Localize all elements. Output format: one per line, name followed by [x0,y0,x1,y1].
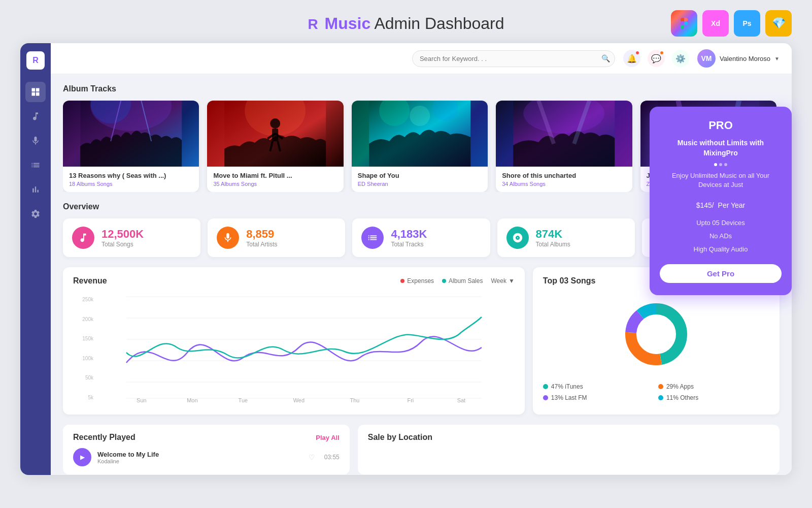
settings-topbar-icon[interactable]: ⚙️ [672,50,689,67]
lastfm-dot [543,395,548,400]
y-label-250k: 250k [73,297,93,302]
chevron-down-icon: ▼ [509,277,515,284]
itunes-label: 47% iTunes [551,383,583,390]
chevron-down-icon: ▼ [774,56,780,61]
y-label-200k: 200k [73,316,93,322]
user-profile[interactable]: VM Valentino Moroso ▼ [697,49,780,68]
message-icon[interactable]: 💬 [648,50,665,67]
sidebar-item-dashboard[interactable] [25,82,46,102]
revenue-header: Revenue Expenses Album Sales W [73,276,515,285]
y-label-100k: 100k [73,356,93,361]
sidebar-logo[interactable]: R [26,51,45,70]
album-card-3[interactable]: Shape of You ED Sheeran [352,101,488,192]
sidebar-item-chart[interactable] [25,179,46,200]
week-selector[interactable]: Week ▼ [491,277,514,284]
y-label-150k: 150k [73,336,93,341]
period-label: Week [491,277,506,284]
pro-feature-1: Upto 05 Devices [660,216,782,230]
sidebar-item-list[interactable] [25,155,46,175]
album-subtitle-4: 34 Albums Songs [502,181,626,187]
x-label-wed: Wed [293,397,304,403]
pro-badge: PRO [660,119,782,132]
x-label-mon: Mon [187,397,197,403]
others-label: 11% Others [666,394,698,401]
album-title-2: Move to Miami ft. Pitull ... [213,172,337,179]
svg-point-16 [410,106,430,126]
pro-features: Upto 05 Devices No ADs High Quality Audi… [660,216,782,256]
pro-dot-1 [714,163,717,166]
revenue-title: Revenue [73,276,107,285]
legend-others: 11% Others [658,394,769,401]
apps-dot [658,384,663,389]
title-music: Music [325,14,371,33]
ov-card-songs: 12,500K Total Songs [63,218,200,257]
y-label-5k: 5k [73,395,93,400]
y-axis-labels: 250k 200k 150k 100k 50k 5k [73,292,93,405]
legend-itunes: 47% iTunes [543,383,654,390]
heart-icon[interactable]: ♡ [309,453,315,461]
recently-played-section: Recently Played Play All ▶ Welcome to My… [63,425,350,474]
legend-expenses: Expenses [400,277,434,284]
songs-label: Total Songs [101,241,144,248]
play-button[interactable]: ▶ [73,448,91,466]
x-label-fri: Fri [407,397,414,403]
sidebar-item-settings[interactable] [25,204,46,224]
sidebar-item-music[interactable] [25,106,46,126]
sidebar-item-mic[interactable] [25,131,46,151]
artists-icon [217,227,239,249]
tracks-value: 4,183K [391,228,427,241]
recently-played-title: Recently Played [73,433,136,442]
sale-by-location-title: Sale by Location [368,433,769,442]
album-card-2[interactable]: Move to Miami ft. Pitull ... 35 Albums S… [207,101,343,192]
album-title-4: Shore of this uncharted [502,172,626,179]
logo-icon: R [308,16,318,32]
pro-dots [660,163,782,166]
pro-dot-3 [724,163,727,166]
songs-icon [72,227,94,249]
album-tracks-title: Album Tracks [63,84,780,93]
user-name: Valentino Moroso [720,55,770,62]
album-title-1: 13 Reasons why ( Seas with ...) [69,172,193,179]
apps-label: 29% Apps [666,383,694,390]
legend-album-sales: Album Sales [442,277,483,284]
album-info-2: Move to Miami ft. Pitull ... 35 Albums S… [207,167,343,192]
pro-dot-2 [719,163,722,166]
album-info-1: 13 Reasons why ( Seas with ...) 18 Album… [63,167,199,192]
pro-price-amount: $145/ [696,201,714,209]
revenue-section: Revenue Expenses Album Sales W [63,267,525,415]
avatar: VM [697,49,716,68]
album-sales-label: Album Sales [449,277,483,284]
pro-headline: Music without Limits with MixingPro [660,138,782,158]
album-subtitle-2: 35 Albums Songs [213,181,337,187]
lastfm-label: 13% Last FM [551,394,587,401]
get-pro-button[interactable]: Get Pro [660,264,782,283]
recently-header: Recently Played Play All [73,433,340,442]
donut-chart [616,294,697,375]
recently-info: Welcome to My Life Kodaline [97,451,302,464]
expenses-dot [400,279,404,283]
topbar-icons: 🔔 💬 ⚙️ [623,50,689,67]
album-card-4[interactable]: Shore of this uncharted 34 Albums Songs [496,101,632,192]
album-card-1[interactable]: 13 Reasons why ( Seas with ...) 18 Album… [63,101,199,192]
sale-by-location-section: Sale by Location [358,425,780,474]
sidebar: R [20,43,51,475]
album-subtitle-3: ED Sheeran [358,181,482,187]
bottom-sections: Recently Played Play All ▶ Welcome to My… [63,425,780,474]
search-bar: 🔍 [412,50,615,67]
ov-card-albums: 874K Total Albums [497,218,635,257]
search-input[interactable] [412,50,615,67]
page-header: R Music Admin Dashboard Xd Ps 💎 [0,0,812,43]
pro-description: Enjoy Unlimited Music on all Your Device… [660,171,782,189]
donut-legend: 47% iTunes 29% Apps 13% Last FM 11% [543,383,769,401]
pro-panel: PRO Music without Limits with MixingPro … [650,107,792,295]
album-info-3: Shape of You ED Sheeran [352,167,488,192]
artists-value: 8,859 [246,228,277,241]
songs-value: 12,500K [101,228,144,241]
search-icon: 🔍 [601,54,610,62]
revenue-chart-wrapper: 250k 200k 150k 100k 50k 5k [73,292,515,405]
album-sales-dot [442,279,446,283]
pro-price: $145/ Per Year [660,195,782,211]
play-all-button[interactable]: Play All [316,434,339,441]
donut-chart-container [543,294,769,375]
notification-bell-icon[interactable]: 🔔 [623,50,640,67]
